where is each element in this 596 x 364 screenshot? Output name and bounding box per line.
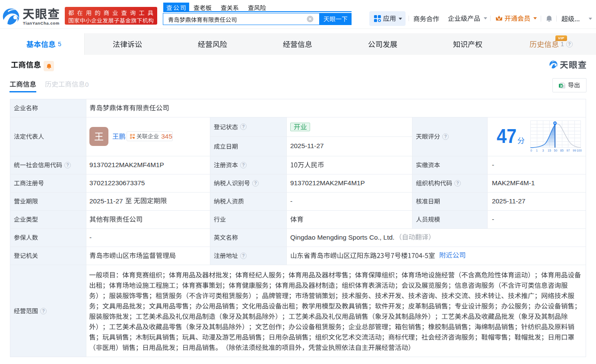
- svg-text:97: 97: [567, 149, 570, 152]
- svg-text:0: 0: [530, 149, 532, 152]
- svg-text:1: 1: [536, 149, 538, 152]
- svg-text:47: 47: [497, 128, 517, 144]
- svg-text:15: 15: [548, 149, 551, 152]
- svg-text:3: 3: [542, 149, 544, 152]
- svg-text:50: 50: [554, 149, 558, 152]
- svg-text:99: 99: [573, 149, 576, 152]
- svg-text:100: 100: [577, 149, 582, 152]
- svg-text:85: 85: [560, 149, 564, 152]
